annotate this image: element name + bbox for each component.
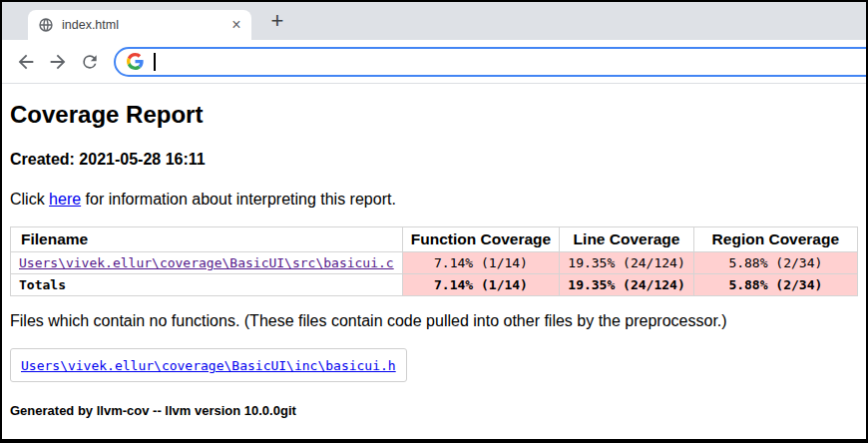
generator-footer: Generated by llvm-cov -- llvm version 10… bbox=[10, 403, 858, 418]
globe-favicon-icon bbox=[38, 17, 54, 33]
tab-strip: index.html × + bbox=[2, 2, 866, 40]
address-bar[interactable] bbox=[114, 47, 866, 77]
function-coverage-cell: 7.14% (1/14) bbox=[402, 252, 560, 274]
info-line: Click here for information about interpr… bbox=[10, 191, 858, 209]
totals-region-coverage-cell: 5.88% (2/34) bbox=[693, 274, 857, 296]
created-timestamp: Created: 2021-05-28 16:11 bbox=[10, 151, 858, 169]
tab-title: index.html bbox=[62, 18, 219, 32]
totals-row: Totals 7.14% (1/14) 19.35% (24/124) 5.88… bbox=[11, 274, 858, 296]
source-file-link[interactable]: Users\vivek.ellur\coverage\BasicUI\src\b… bbox=[19, 255, 394, 270]
google-g-icon bbox=[127, 53, 144, 70]
filename-cell: Users\vivek.ellur\coverage\BasicUI\src\b… bbox=[11, 252, 403, 274]
info-suffix: for information about interpreting this … bbox=[81, 191, 396, 208]
forward-icon[interactable] bbox=[42, 46, 74, 78]
text-caret bbox=[154, 53, 156, 71]
info-prefix: Click bbox=[10, 191, 49, 208]
reload-icon[interactable] bbox=[74, 46, 106, 78]
header-file-link[interactable]: Users\vivek.ellur\coverage\BasicUI\inc\b… bbox=[21, 358, 396, 373]
browser-toolbar bbox=[2, 40, 866, 84]
column-header-function-coverage: Function Coverage bbox=[402, 227, 560, 252]
back-icon[interactable] bbox=[10, 46, 42, 78]
browser-tab[interactable]: index.html × bbox=[28, 10, 251, 40]
column-header-region-coverage: Region Coverage bbox=[693, 227, 857, 252]
column-header-line-coverage: Line Coverage bbox=[560, 227, 693, 252]
new-tab-button[interactable]: + bbox=[263, 7, 291, 35]
totals-line-coverage-cell: 19.35% (24/124) bbox=[560, 274, 693, 296]
browser-window: index.html × + Co bbox=[0, 0, 868, 443]
page-content: Coverage Report Created: 2021-05-28 16:1… bbox=[2, 84, 866, 439]
no-function-file-box: Users\vivek.ellur\coverage\BasicUI\inc\b… bbox=[10, 348, 407, 382]
line-coverage-cell: 19.35% (24/124) bbox=[560, 252, 693, 274]
coverage-table-header-row: Filename Function Coverage Line Coverage… bbox=[11, 227, 858, 252]
table-row: Users\vivek.ellur\coverage\BasicUI\src\b… bbox=[11, 252, 858, 274]
tab-close-icon[interactable]: × bbox=[227, 16, 245, 34]
region-coverage-cell: 5.88% (2/34) bbox=[693, 252, 857, 274]
totals-label: Totals bbox=[11, 274, 403, 296]
page-title: Coverage Report bbox=[10, 101, 858, 129]
totals-function-coverage-cell: 7.14% (1/14) bbox=[402, 274, 560, 296]
info-here-link[interactable]: here bbox=[49, 191, 81, 208]
no-functions-note: Files which contain no functions. (These… bbox=[10, 312, 858, 330]
column-header-filename: Filename bbox=[11, 227, 403, 252]
coverage-table: Filename Function Coverage Line Coverage… bbox=[10, 226, 858, 296]
